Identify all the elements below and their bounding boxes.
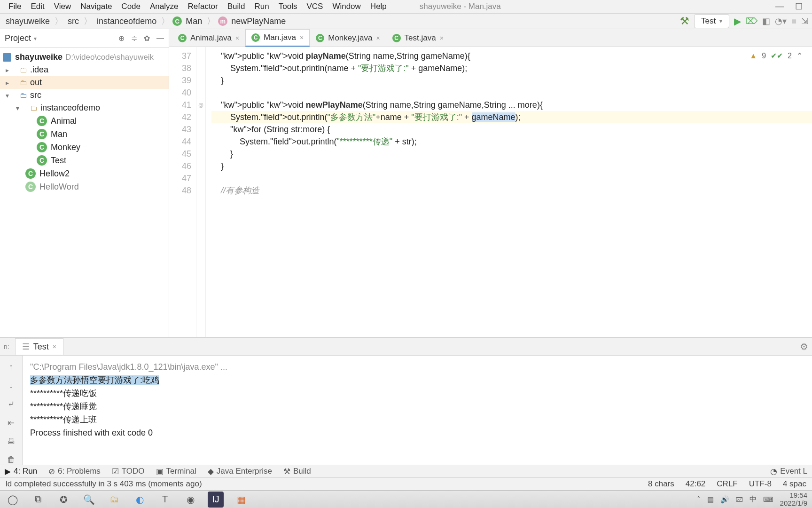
up-icon[interactable]: ↑ <box>9 362 13 372</box>
profile-button[interactable]: ◔▾ <box>775 16 787 26</box>
build-icon[interactable]: ⚒ <box>680 15 689 27</box>
tree-hellow2[interactable]: C Hellow2 <box>0 167 169 180</box>
app2-icon[interactable]: ▦ <box>233 492 249 508</box>
tray-ime[interactable]: 中 <box>750 495 757 504</box>
chevron-down-icon[interactable]: ▾ <box>34 35 37 42</box>
maximize-icon[interactable]: ☐ <box>795 1 803 12</box>
taskview-icon[interactable]: ⧉ <box>30 492 46 508</box>
settings-icon[interactable]: ✿ <box>144 34 150 43</box>
tray-keyboard-icon[interactable]: ⌨ <box>763 495 773 504</box>
crumb-src[interactable]: src <box>66 16 81 26</box>
crumb-method[interactable]: newPlayName <box>229 16 288 26</box>
fold-column[interactable]: @ <box>196 47 206 337</box>
close-icon[interactable]: × <box>53 343 56 350</box>
minimize-icon[interactable]: — <box>775 1 784 12</box>
tab-monkey[interactable]: CMonkey.java× <box>310 30 386 47</box>
scroll-icon[interactable]: ⇤ <box>8 418 15 428</box>
status-eol[interactable]: CRLF <box>717 479 737 489</box>
tab-run[interactable]: ▶ 4: Run <box>5 467 37 476</box>
vcs-update-icon[interactable]: ⇲ <box>801 16 808 26</box>
coverage-button[interactable]: ◧ <box>762 16 770 26</box>
menu-navigate[interactable]: Navigate <box>76 0 117 13</box>
trash-icon[interactable]: 🗑 <box>7 455 16 465</box>
project-view-label[interactable]: Project <box>5 33 31 43</box>
tab-build[interactable]: ⚒ Build <box>283 467 311 476</box>
print-icon[interactable]: 🖶 <box>7 437 16 446</box>
project-tree[interactable]: shayuweike D:\video\code\shayuweik ▸ 🗀 .… <box>0 48 169 196</box>
tree-root[interactable]: shayuweike D:\video\code\shayuweik <box>0 51 169 64</box>
crumb-package[interactable]: instanceofdemo <box>95 16 158 26</box>
inspection-widget[interactable]: ▲9 ✔✔2 ⌃ <box>750 50 803 62</box>
menu-window[interactable]: Window <box>328 0 365 13</box>
menu-tools[interactable]: Tools <box>274 0 302 13</box>
tab-todo[interactable]: ☑ TODO <box>112 467 145 476</box>
crumb-class[interactable]: Man <box>184 16 204 26</box>
hide-icon[interactable]: — <box>156 34 164 43</box>
tree-src[interactable]: ▾ 🗀 src <box>0 89 169 102</box>
tree-man[interactable]: C Man <box>0 127 169 141</box>
code-content[interactable]: "kw">public "kw">void playName(String na… <box>206 47 812 337</box>
breadcrumb[interactable]: shayuweike〉 src〉 instanceofdemo〉 C Man〉 … <box>4 16 288 27</box>
menu-refactor[interactable]: Refactor <box>183 0 222 13</box>
close-icon[interactable]: × <box>440 34 444 42</box>
browser-icon[interactable]: ◐ <box>132 492 148 508</box>
tab-event-log[interactable]: ◔ Event L <box>770 467 807 476</box>
menu-code[interactable]: Code <box>117 0 145 13</box>
tray-chevron-icon[interactable]: ˄ <box>697 495 701 504</box>
tree-monkey[interactable]: C Monkey <box>0 141 169 154</box>
code-editor[interactable]: ▲9 ✔✔2 ⌃ 373839404142434445464748 @ "kw"… <box>169 47 812 337</box>
menu-file[interactable]: File <box>4 0 26 13</box>
menu-build[interactable]: Build <box>223 0 250 13</box>
close-icon[interactable]: × <box>235 34 239 42</box>
tab-terminal[interactable]: ▣ Terminal <box>156 467 196 476</box>
text-icon[interactable]: T <box>157 492 173 508</box>
status-position[interactable]: 42:62 <box>686 479 706 489</box>
tree-out[interactable]: ▸ 🗀 out <box>0 76 169 89</box>
menu-analyze[interactable]: Analyze <box>145 0 183 13</box>
wrap-icon[interactable]: ⤶ <box>8 399 15 409</box>
menu-help[interactable]: Help <box>366 0 391 13</box>
gear-icon[interactable]: ⚙ <box>800 341 808 352</box>
tree-helloword[interactable]: C HelloWord <box>0 180 169 193</box>
chrome-icon[interactable]: ◉ <box>182 492 198 508</box>
intellij-icon[interactable]: IJ <box>208 492 224 508</box>
stop-button[interactable]: ■ <box>791 16 796 26</box>
menu-view[interactable]: View <box>49 0 76 13</box>
run-button[interactable]: ▶ <box>734 16 741 27</box>
crumb-project[interactable]: shayuweike <box>4 16 52 26</box>
tray-clock[interactable]: 19:54 2022/1/9 <box>780 492 807 507</box>
tab-man[interactable]: CMan.java× <box>245 29 310 47</box>
tab-problems[interactable]: ⊘ 6: Problems <box>48 467 101 476</box>
tree-idea[interactable]: ▸ 🗀 .idea <box>0 64 169 76</box>
close-icon[interactable]: × <box>300 34 304 41</box>
console-output[interactable]: "C:\Program Files\Java\jdk1.8.0_121\bin\… <box>23 356 812 465</box>
app-icon[interactable]: ✪ <box>55 492 71 508</box>
down-icon[interactable]: ↓ <box>9 381 13 390</box>
folder-icon: 🗀 <box>20 66 27 74</box>
chevron-up-icon[interactable]: ⌃ <box>796 50 803 62</box>
tab-animal[interactable]: CAnimal.java× <box>172 30 245 47</box>
collapse-icon[interactable]: ≑ <box>131 34 137 43</box>
menu-run[interactable]: Run <box>250 0 274 13</box>
gutter[interactable]: 373839404142434445464748 <box>169 47 196 337</box>
tree-animal[interactable]: C Animal <box>0 114 169 127</box>
close-icon[interactable]: × <box>376 34 380 42</box>
tray-volume-icon[interactable]: 🔊 <box>720 495 729 504</box>
run-tab-test[interactable]: ☰ Test × <box>15 338 63 355</box>
tray-battery-icon[interactable]: 🗠 <box>736 495 743 503</box>
status-encoding[interactable]: UTF-8 <box>749 479 772 489</box>
tray-network-icon[interactable]: ▤ <box>707 495 714 504</box>
start-icon[interactable]: ◯ <box>5 492 21 508</box>
tree-test[interactable]: C Test <box>0 154 169 167</box>
locate-icon[interactable]: ⊕ <box>118 34 125 43</box>
tree-package[interactable]: ▾ 🗀 instanceofdemo <box>0 102 169 114</box>
explorer-icon[interactable]: 🗂 <box>106 492 122 508</box>
debug-button[interactable]: ⌦ <box>746 16 757 26</box>
search-icon[interactable]: 🔍 <box>81 492 97 508</box>
tab-test[interactable]: CTest.java× <box>386 30 450 47</box>
status-indent[interactable]: 4 spac <box>783 479 806 489</box>
menu-edit[interactable]: Edit <box>26 0 49 13</box>
run-config-dropdown[interactable]: Test <box>694 14 729 28</box>
tab-java-enterprise[interactable]: ◆ Java Enterprise <box>208 467 272 476</box>
menu-vcs[interactable]: VCS <box>302 0 328 13</box>
